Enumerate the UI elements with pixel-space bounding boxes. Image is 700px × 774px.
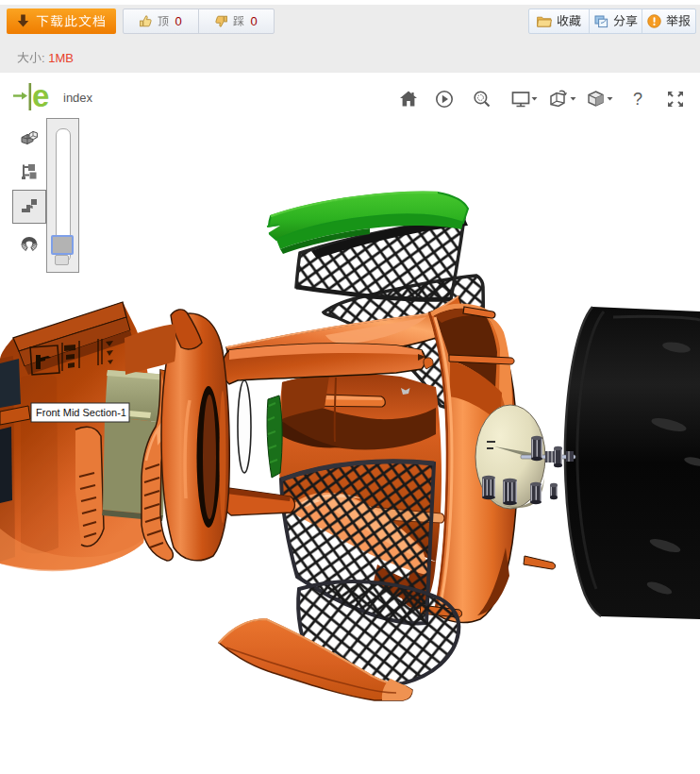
svg-text:?: ? xyxy=(633,90,642,109)
svg-text:Front Mid Section-1: Front Mid Section-1 xyxy=(36,407,126,418)
svg-text:e: e xyxy=(32,81,49,113)
